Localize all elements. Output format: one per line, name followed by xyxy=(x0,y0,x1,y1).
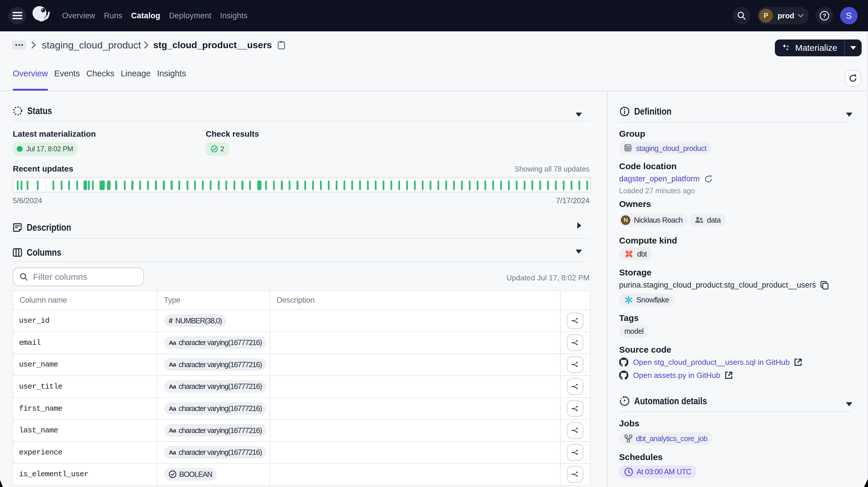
svg-text:?: ? xyxy=(823,12,827,19)
